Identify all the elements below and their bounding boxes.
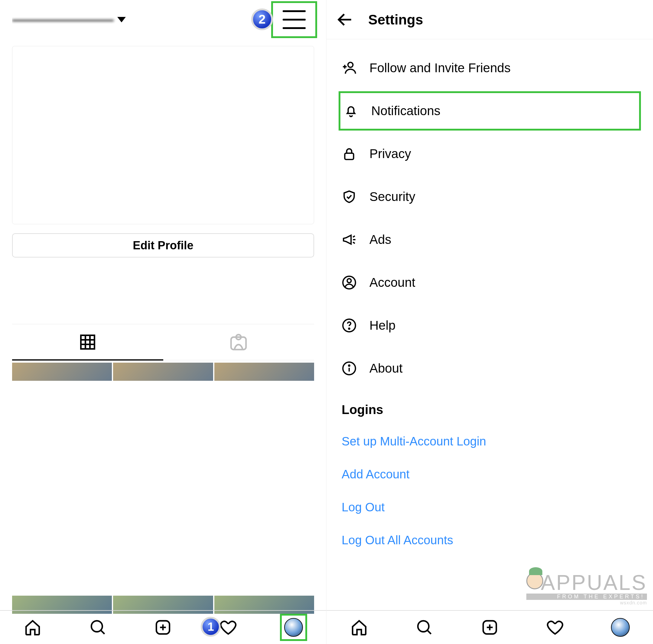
chevron-down-icon xyxy=(117,17,126,22)
add-user-icon xyxy=(342,60,357,76)
settings-item-label: Ads xyxy=(369,232,391,247)
hamburger-line-icon xyxy=(283,10,306,12)
tab-activity[interactable]: 1 xyxy=(215,614,242,641)
settings-item-ads[interactable]: Ads xyxy=(339,220,641,259)
link-add-account[interactable]: Add Account xyxy=(339,460,641,489)
tab-home[interactable] xyxy=(19,614,46,641)
link-log-out[interactable]: Log Out xyxy=(339,493,641,522)
settings-item-label: Account xyxy=(369,275,415,290)
settings-item-account[interactable]: Account xyxy=(339,263,641,302)
plus-square-icon xyxy=(481,619,499,636)
tab-posts-grid[interactable] xyxy=(12,324,163,360)
post-thumb[interactable] xyxy=(113,363,213,381)
svg-point-13 xyxy=(348,62,353,67)
plus-square-icon xyxy=(154,619,172,636)
settings-item-help[interactable]: Help xyxy=(339,306,641,345)
logins-section-title: Logins xyxy=(339,392,641,423)
profile-header: ———————— 2 xyxy=(0,0,326,39)
settings-item-label: Security xyxy=(369,190,415,204)
tab-search[interactable] xyxy=(411,614,438,641)
tab-new-post[interactable] xyxy=(149,614,176,641)
shield-check-icon xyxy=(342,189,357,204)
settings-item-label: Notifications xyxy=(371,104,440,118)
tab-profile[interactable] xyxy=(280,614,307,641)
svg-line-17 xyxy=(353,236,355,237)
profile-media-tabs xyxy=(12,324,314,360)
tab-search[interactable] xyxy=(84,614,112,641)
tab-new-post[interactable] xyxy=(476,614,503,641)
post-thumb[interactable] xyxy=(12,363,112,381)
edit-profile-button[interactable]: Edit Profile xyxy=(12,233,314,257)
avatar-icon xyxy=(284,618,303,637)
username-label: ———————— xyxy=(12,13,114,27)
grid-icon xyxy=(79,333,97,351)
link-log-out-all[interactable]: Log Out All Accounts xyxy=(339,525,641,555)
settings-item-label: Help xyxy=(369,318,395,333)
search-icon xyxy=(89,619,107,636)
settings-item-notifications[interactable]: Notifications xyxy=(339,91,641,130)
profile-screen: ———————— 2 Edit Profile xyxy=(0,0,326,644)
info-icon xyxy=(342,361,357,376)
tagged-icon xyxy=(228,332,248,352)
heart-icon xyxy=(219,619,237,636)
settings-item-label: Privacy xyxy=(369,147,411,161)
settings-item-about[interactable]: About xyxy=(339,349,641,388)
settings-item-follow-invite[interactable]: Follow and Invite Friends xyxy=(339,48,641,88)
settings-item-privacy[interactable]: Privacy xyxy=(339,134,641,173)
svg-line-8 xyxy=(101,630,104,634)
hamburger-line-icon xyxy=(283,19,306,21)
step-badge-1: 1 xyxy=(201,617,221,637)
svg-point-21 xyxy=(347,279,351,282)
step-badge-2: 2 xyxy=(251,8,273,30)
tab-profile[interactable] xyxy=(607,614,634,641)
settings-header: Settings xyxy=(326,0,653,39)
svg-point-7 xyxy=(91,621,102,631)
settings-item-label: About xyxy=(369,361,403,376)
search-icon xyxy=(416,619,433,636)
svg-rect-0 xyxy=(81,336,94,349)
svg-point-27 xyxy=(418,621,429,631)
tab-activity[interactable] xyxy=(541,614,569,641)
posts-row xyxy=(12,596,314,610)
svg-rect-16 xyxy=(345,153,354,159)
link-multi-account[interactable]: Set up Multi-Account Login xyxy=(339,427,641,456)
settings-screen: Settings Follow and Invite Friends Notif… xyxy=(326,0,653,644)
settings-title: Settings xyxy=(368,11,423,28)
back-arrow-icon[interactable] xyxy=(336,10,354,29)
post-thumb[interactable] xyxy=(214,363,314,381)
watermark-mascot-icon xyxy=(526,572,543,589)
watermark: APPUALS FROM THE EXPERTS! wsxdn.com xyxy=(526,575,647,605)
profile-stats-area xyxy=(12,46,314,224)
bottom-tab-bar xyxy=(326,610,653,644)
hamburger-line-icon xyxy=(283,27,306,29)
svg-line-28 xyxy=(428,630,431,634)
profile-body: Edit Profile xyxy=(0,39,326,610)
hamburger-menu-button[interactable] xyxy=(271,1,317,38)
settings-item-security[interactable]: Security xyxy=(339,177,641,216)
svg-point-26 xyxy=(348,365,350,366)
tab-home[interactable] xyxy=(345,614,373,641)
username-switcher[interactable]: ———————— xyxy=(12,13,126,27)
settings-list: Follow and Invite Friends Notifications … xyxy=(326,39,653,610)
posts-row xyxy=(12,363,314,381)
svg-line-19 xyxy=(353,242,355,243)
account-icon xyxy=(342,275,357,290)
megaphone-icon xyxy=(342,232,357,247)
bell-icon xyxy=(343,103,359,119)
settings-item-label: Follow and Invite Friends xyxy=(369,61,511,75)
svg-point-23 xyxy=(348,328,349,329)
home-icon xyxy=(350,619,368,636)
help-icon xyxy=(342,318,357,333)
bottom-tab-bar: 1 xyxy=(0,610,326,644)
tab-tagged[interactable] xyxy=(163,324,314,360)
lock-icon xyxy=(342,146,357,162)
avatar-icon xyxy=(611,618,630,637)
heart-icon xyxy=(546,619,564,636)
home-icon xyxy=(24,619,42,636)
